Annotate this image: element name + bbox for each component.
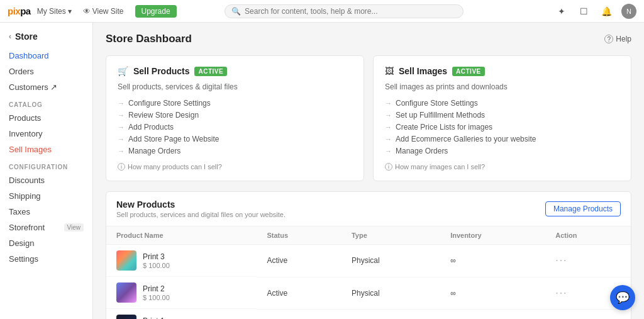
sidebar-item-products[interactable]: Products [0, 110, 92, 126]
page-header: Store Dashboard ? Help [106, 33, 631, 45]
chat-icon: 💬 [616, 291, 630, 305]
arrow-icon: → [118, 111, 125, 119]
page-title: Store Dashboard [106, 33, 192, 45]
sun-icon[interactable]: ✦ [553, 3, 570, 20]
col-header-status: Status [257, 227, 341, 245]
table-header-row: Product Name Status Type Inventory Actio… [106, 227, 631, 245]
upgrade-button[interactable]: Upgrade [135, 5, 177, 18]
new-products-title: New Products [116, 199, 286, 210]
product-thumbnail [116, 250, 136, 271]
product-inventory: ∞ [440, 277, 545, 309]
sidebar-back-icon[interactable]: ‹ [9, 32, 11, 41]
search-input[interactable] [245, 7, 457, 16]
sell-images-links: → Configure Store Settings → Set up Fulf… [385, 99, 619, 155]
product-type: Physical [341, 309, 440, 319]
sidebar-item-orders[interactable]: Orders [0, 64, 92, 79]
table-row: Print 1 $ 100.00 Active Physical ∞ ··· [106, 309, 631, 319]
sell-products-card: 🛒 Sell Products ACTIVE Sell products, se… [106, 55, 364, 181]
new-products-subtitle: Sell products, services and digital file… [116, 211, 286, 218]
product-name: Print 1 [143, 316, 170, 320]
arrow-icon: → [385, 111, 392, 119]
sidebar-item-customers[interactable]: Customers ↗ [0, 79, 92, 95]
sell-images-subtitle: Sell images as prints and downloads [385, 82, 619, 91]
product-name: Print 3 [143, 252, 170, 261]
avatar[interactable]: N [621, 4, 636, 19]
sidebar-item-sell-images[interactable]: Sell Images [0, 142, 92, 157]
app-body: ‹ Store Dashboard Orders Customers ↗ CAT… [0, 23, 644, 319]
price-lists-link[interactable]: → Create Price Lists for images [385, 123, 619, 132]
sidebar-item-discounts[interactable]: Discounts [0, 172, 92, 188]
bell-icon[interactable]: 🔔 [599, 3, 615, 20]
my-sites-nav[interactable]: My Sites ▾ [37, 7, 72, 16]
product-type: Physical [341, 277, 440, 309]
product-status: Active [257, 277, 341, 309]
main-content: Store Dashboard ? Help 🛒 Sell Products A… [93, 23, 644, 319]
manage-orders-link-1[interactable]: → Manage Orders [118, 147, 352, 155]
arrow-icon: → [385, 99, 392, 107]
info-icon: i [385, 163, 392, 171]
sidebar-item-design[interactable]: Design [0, 235, 92, 251]
sidebar-store-label: Store [15, 31, 38, 42]
search-icon: 🔍 [231, 7, 241, 16]
configure-store-link-1[interactable]: → Configure Store Settings [118, 99, 352, 108]
sidebar-item-storefront[interactable]: Storefront View [0, 220, 92, 235]
sidebar-item-dashboard[interactable]: Dashboard [0, 48, 92, 64]
manage-products-button[interactable]: Manage Products [545, 201, 621, 216]
product-status: Active [257, 245, 341, 277]
new-products-title-group: New Products Sell products, services and… [116, 199, 286, 218]
sell-products-footer[interactable]: i How many products can I sell? [118, 163, 352, 171]
col-header-inventory: Inventory [440, 227, 545, 245]
product-thumbnail [116, 315, 136, 319]
configure-store-link-2[interactable]: → Configure Store Settings [385, 99, 619, 108]
table-row: Print 3 $ 100.00 Active Physical ∞ ··· [106, 245, 631, 277]
product-action-menu[interactable]: ··· [555, 255, 567, 266]
chevron-down-icon: ▾ [68, 7, 72, 16]
eye-icon: 👁 [83, 7, 91, 16]
product-price: $ 100.00 [143, 262, 170, 269]
review-store-link[interactable]: → Review Store Design [118, 111, 352, 120]
products-table-head: Product Name Status Type Inventory Actio… [106, 227, 631, 245]
product-status: Active [257, 309, 341, 319]
add-store-page-link[interactable]: → Add Store Page to Website [118, 135, 352, 143]
view-badge[interactable]: View [64, 223, 84, 232]
sell-images-active-badge: ACTIVE [452, 67, 485, 76]
sell-products-title: Sell Products [133, 66, 189, 76]
sidebar-item-settings[interactable]: Settings [0, 251, 92, 267]
help-link[interactable]: ? Help [604, 35, 631, 43]
new-products-header: New Products Sell products, services and… [106, 192, 631, 227]
logo: pixpa [8, 6, 31, 16]
add-galleries-link[interactable]: → Add Ecommerce Galleries to your websit… [385, 135, 619, 143]
fulfillment-link[interactable]: → Set up Fulfillment Methods [385, 111, 619, 120]
product-name-group: Print 1 $ 100.00 [143, 316, 170, 320]
info-icon: i [118, 163, 125, 171]
sell-products-links: → Configure Store Settings → Review Stor… [118, 99, 352, 155]
col-header-action: Action [545, 227, 631, 245]
arrow-icon: → [118, 99, 125, 107]
config-section-label: CONFIGURATION [0, 157, 92, 172]
view-site-button[interactable]: 👁 View Site [78, 7, 129, 16]
manage-orders-link-2[interactable]: → Manage Orders [385, 147, 619, 155]
sidebar-item-inventory[interactable]: Inventory [0, 126, 92, 142]
product-name-group: Print 3 $ 100.00 [143, 252, 170, 269]
sell-images-footer[interactable]: i How many images can I sell? [385, 163, 619, 171]
arrow-icon: → [118, 135, 125, 143]
product-action-menu[interactable]: ··· [555, 288, 567, 298]
image-icon: 🖼 [385, 66, 394, 76]
sidebar-item-shipping[interactable]: Shipping [0, 188, 92, 204]
search-bar[interactable]: 🔍 [225, 4, 464, 18]
product-price: $ 100.00 [143, 294, 170, 301]
chat-bubble[interactable]: 💬 [610, 285, 635, 310]
arrow-icon: → [385, 123, 392, 131]
product-thumbnail [116, 283, 136, 303]
catalog-section-label: CATALOG [0, 95, 92, 110]
arrow-icon: → [118, 147, 125, 155]
nav-icons-group: ✦ ☐ 🔔 N [553, 3, 636, 20]
top-navigation: pixpa My Sites ▾ 👁 View Site Upgrade 🔍 ✦… [0, 0, 644, 23]
product-inventory: ∞ [440, 309, 545, 319]
message-icon[interactable]: ☐ [576, 3, 592, 20]
products-table-body: Print 3 $ 100.00 Active Physical ∞ ··· P… [106, 245, 631, 320]
sell-images-card-header: 🖼 Sell Images ACTIVE [385, 66, 619, 76]
sell-products-subtitle: Sell products, services & digital files [118, 82, 352, 91]
add-products-link[interactable]: → Add Products [118, 123, 352, 132]
sidebar-item-taxes[interactable]: Taxes [0, 204, 92, 220]
